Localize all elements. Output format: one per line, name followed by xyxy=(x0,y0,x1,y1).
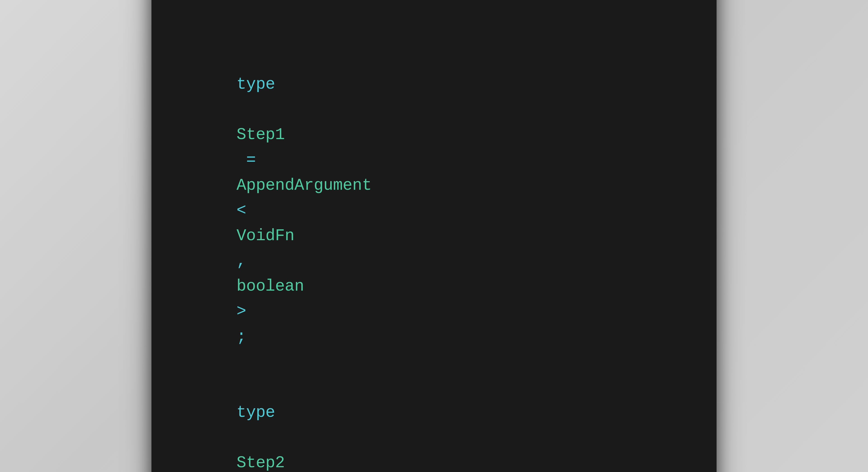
code-line-3: type Step1 = AppendArgument < VoidFn , b… xyxy=(179,47,689,375)
code-card: type AppendArgument < Fn , A > = any ; /… xyxy=(151,0,717,472)
empty-line-2 xyxy=(179,22,689,47)
type-step1: Step1 xyxy=(237,125,285,144)
space-3 xyxy=(237,100,246,119)
keyword-type-3: type xyxy=(237,75,275,94)
comma-2: , xyxy=(237,252,256,270)
param-boolean-1: boolean xyxy=(237,277,304,296)
code-block: type AppendArgument < Fn , A > = any ; /… xyxy=(179,0,689,472)
type-step2: Step2 xyxy=(237,454,285,472)
code-line-2: type VoidFn = () => void ; xyxy=(179,0,689,22)
keyword-type-4: type xyxy=(237,403,275,422)
space-4 xyxy=(237,429,246,447)
value-appendargument-step1: AppendArgument xyxy=(237,176,372,195)
generic-close-2: > xyxy=(237,302,246,321)
param-voidfn: VoidFn xyxy=(237,227,294,245)
equals-3: = xyxy=(237,151,266,169)
code-line-4: type Step2 = AppendArgument < () => void… xyxy=(179,375,689,472)
generic-open-2: < xyxy=(237,201,246,220)
semi-3: ; xyxy=(237,327,246,346)
